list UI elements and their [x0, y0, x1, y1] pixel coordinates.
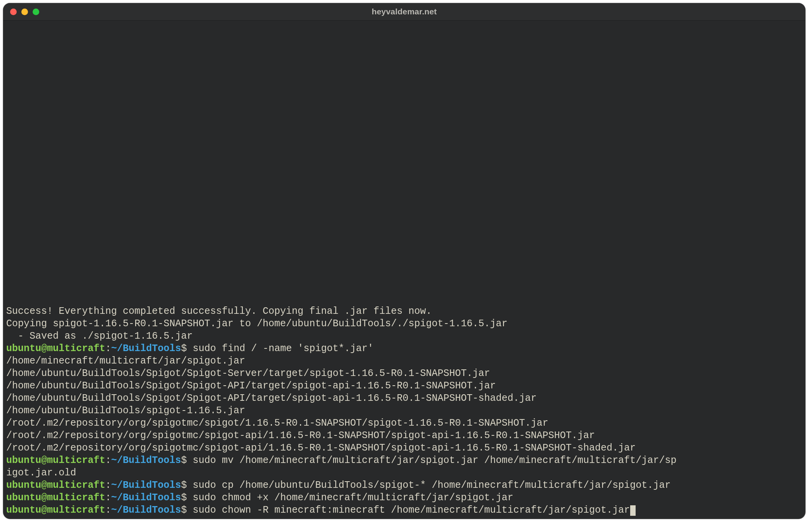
minimize-icon[interactable] [21, 9, 28, 15]
window-title: heyvaldemar.net [3, 7, 805, 16]
output-line: /home/ubuntu/BuildTools/spigot-1.16.5.ja… [6, 405, 245, 416]
terminal-window: heyvaldemar.net Success! Everything comp… [3, 3, 805, 519]
output-line: /root/.m2/repository/org/spigotmc/spigot… [6, 442, 636, 454]
prompt-colon: : [105, 455, 111, 466]
titlebar: heyvaldemar.net [3, 3, 805, 21]
command-mv-cont: igot.jar.old [6, 467, 76, 478]
prompt-colon: : [105, 492, 111, 503]
prompt-user-host: ubuntu@multicraft [6, 343, 105, 354]
command-cp: sudo cp /home/ubuntu/BuildTools/spigot-*… [187, 480, 671, 491]
terminal-body[interactable]: Success! Everything completed successful… [3, 305, 805, 519]
prompt-dollar: $ [181, 480, 187, 491]
command-find: sudo find / -name 'spigot*.jar' [187, 343, 373, 354]
prompt-dollar: $ [181, 492, 187, 503]
prompt-user-host: ubuntu@multicraft [6, 492, 105, 503]
output-line: - Saved as ./spigot-1.16.5.jar [6, 331, 193, 342]
prompt-path: ~/BuildTools [111, 505, 181, 516]
prompt-dollar: $ [181, 505, 187, 516]
output-line: Copying spigot-1.16.5-R0.1-SNAPSHOT.jar … [6, 318, 507, 329]
prompt-user-host: ubuntu@multicraft [6, 455, 105, 466]
prompt-path: ~/BuildTools [111, 480, 181, 491]
prompt-path: ~/BuildTools [111, 455, 181, 466]
prompt-colon: : [105, 480, 111, 491]
output-line: Success! Everything completed successful… [6, 306, 432, 317]
output-line: /root/.m2/repository/org/spigotmc/spigot… [6, 418, 548, 429]
prompt-dollar: $ [181, 455, 187, 466]
output-line: /root/.m2/repository/org/spigotmc/spigot… [6, 430, 595, 441]
close-icon[interactable] [10, 9, 17, 15]
prompt-colon: : [105, 505, 111, 516]
prompt-user-host: ubuntu@multicraft [6, 480, 105, 491]
output-line: /home/ubuntu/BuildTools/Spigot/Spigot-Se… [6, 368, 490, 379]
command-chmod: sudo chmod +x /home/minecraft/multicraft… [187, 492, 513, 503]
prompt-colon: : [105, 343, 111, 354]
command-mv: sudo mv /home/minecraft/multicraft/jar/s… [187, 455, 676, 466]
prompt-user-host: ubuntu@multicraft [6, 505, 105, 516]
window-controls [10, 9, 39, 15]
output-line: /home/minecraft/multicraft/jar/spigot.ja… [6, 355, 245, 367]
command-chown: sudo chown -R minecraft:minecraft /home/… [187, 505, 630, 516]
prompt-path: ~/BuildTools [111, 343, 181, 354]
output-line: /home/ubuntu/BuildTools/Spigot/Spigot-AP… [6, 380, 496, 392]
cursor-icon [630, 505, 636, 516]
prompt-path: ~/BuildTools [111, 492, 181, 503]
prompt-dollar: $ [181, 343, 187, 354]
maximize-icon[interactable] [33, 9, 39, 15]
output-line: /home/ubuntu/BuildTools/Spigot/Spigot-AP… [6, 393, 537, 404]
